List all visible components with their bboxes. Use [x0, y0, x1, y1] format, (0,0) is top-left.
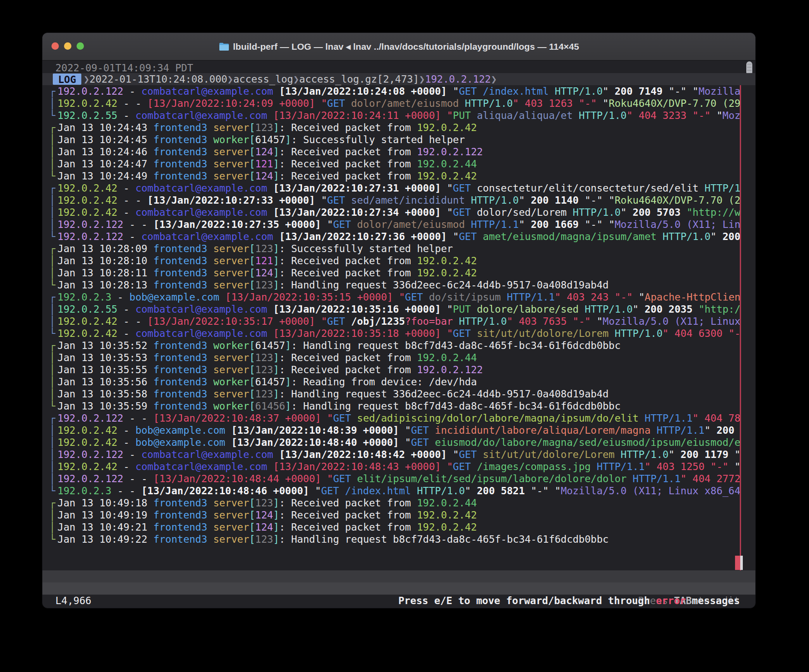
- log-token: : Handling request b8cf7d43-da8c-465f-bc…: [279, 534, 609, 545]
- log-line[interactable]: │Jan 13 10:24:45 frontend3 worker[61457]…: [49, 134, 740, 146]
- log-token: [687, 110, 693, 121]
- log-token: [411, 485, 417, 496]
- log-line[interactable]: │Jan 13 10:49:19 frontend3 server[124]: …: [49, 509, 740, 521]
- log-line[interactable]: │192.0.2.42 - combatcarl@example.com [13…: [49, 206, 740, 218]
- log-token: [207, 158, 213, 170]
- log-token: GET: [411, 425, 429, 436]
- log-token: frontend3: [153, 400, 207, 412]
- log-line[interactable]: └192.0.2.122 - combatcarl@example.com [1…: [49, 230, 740, 243]
- log-token: 123: [255, 497, 273, 509]
- log-token: 192.0.2.42: [58, 98, 117, 109]
- log-line[interactable]: │192.0.2.42 - - [13/Jan/2022:10:35:17 +0…: [49, 315, 740, 327]
- log-token: "-": [710, 461, 729, 472]
- log-token: -: [117, 461, 135, 472]
- log-line[interactable]: └Jan 13 10:49:22 frontend3 server[123]: …: [49, 533, 740, 545]
- log-token: [: [249, 352, 255, 363]
- log-line[interactable]: ┌Jan 13 10:28:09 frontend3 server[123]: …: [49, 243, 740, 255]
- log-token: bob@example.com: [135, 425, 225, 436]
- log-token: [207, 134, 213, 145]
- log-token: ": [399, 425, 411, 436]
- file-group-marker: └: [49, 170, 55, 182]
- log-line[interactable]: │192.0.2.42 - bob@example.com [13/Jan/20…: [49, 424, 740, 436]
- log-token: GET: [333, 219, 351, 230]
- breadcrumb-item[interactable]: access_log: [233, 74, 293, 85]
- scrollbar-error-mark[interactable]: [735, 556, 740, 570]
- log-token: [561, 291, 567, 303]
- log-line[interactable]: └Jan 13 10:24:49 frontend3 server[124]: …: [49, 170, 740, 182]
- log-token: GET: [333, 413, 351, 424]
- log-token: [207, 364, 213, 375]
- log-token: [393, 291, 399, 303]
- log-line[interactable]: └192.0.2.42 - combatcarl@example.com [13…: [49, 327, 740, 339]
- log-line[interactable]: │Jan 13 10:49:21 frontend3 server[124]: …: [49, 521, 740, 533]
- log-line[interactable]: │Jan 13 10:35:56 frontend3 worker[61457]…: [49, 376, 740, 388]
- log-token: HTTP/1.0: [615, 328, 663, 339]
- log-token: : Received packet from: [279, 509, 417, 521]
- log-line[interactable]: │Jan 13 10:24:47 frontend3 server[121]: …: [49, 158, 740, 170]
- log-token: [345, 98, 351, 109]
- log-line[interactable]: │192.0.2.42 - bob@example.com [13/Jan/20…: [49, 436, 740, 448]
- file-group-marker: └: [49, 533, 55, 545]
- log-line[interactable]: │192.0.2.55 - combatcarl@example.com [13…: [49, 303, 740, 315]
- log-line[interactable]: │Jan 13 10:35:58 frontend3 server[123]: …: [49, 388, 740, 400]
- log-line[interactable]: │192.0.2.122 - - [13/Jan/2022:10:27:35 +…: [49, 218, 740, 230]
- log-token: 192.0.2.3: [58, 291, 112, 303]
- log-line[interactable]: ┌192.0.2.122 - combatcarl@example.com [1…: [49, 85, 740, 97]
- log-line[interactable]: │Jan 13 10:28:10 frontend3 server[121]: …: [49, 255, 740, 267]
- log-token: 403 7635: [519, 316, 567, 327]
- log-token: [207, 534, 213, 545]
- log-line[interactable]: │Jan 13 10:24:46 frontend3 server[124]: …: [49, 146, 740, 158]
- log-token: [429, 425, 435, 436]
- log-line[interactable]: └192.0.2.55 - combatcarl@example.com [13…: [49, 109, 740, 122]
- file-group-marker: │: [49, 352, 55, 364]
- log-token: PUT: [453, 110, 471, 121]
- log-line[interactable]: │Jan 13 10:35:53 frontend3 server[123]: …: [49, 352, 740, 364]
- log-line[interactable]: ┌192.0.2.122 - - [13/Jan/2022:10:48:37 +…: [49, 412, 740, 424]
- breadcrumb-item[interactable]: 2022-01-13T10:24:08.000: [90, 74, 228, 85]
- log-token: Mozilla/5.0 (X11; Linux x86_64; rv:10.0)…: [615, 219, 740, 230]
- log-line[interactable]: └Jan 13 10:28:13 frontend3 server[123]: …: [49, 279, 740, 291]
- log-token: [273, 449, 279, 460]
- log-token: [657, 231, 663, 242]
- log-line[interactable]: ┌192.0.2.42 - combatcarl@example.com [13…: [49, 182, 740, 194]
- log-token: server: [213, 522, 249, 533]
- log-token: : Handling request b8cf7d43-da8c-465f-bc…: [291, 340, 621, 351]
- log-token: ": [729, 461, 740, 472]
- breadcrumb-item[interactable]: 192.0.2.122: [425, 74, 491, 85]
- log-line[interactable]: │192.0.2.122 - combatcarl@example.com [1…: [49, 448, 740, 461]
- log-token: ]: [273, 279, 279, 291]
- log-line[interactable]: │192.0.2.122 - - [13/Jan/2022:10:48:44 +…: [49, 473, 740, 485]
- log-line[interactable]: │192.0.2.42 - - [13/Jan/2022:10:24:09 +0…: [49, 97, 740, 109]
- log-token: ": [704, 425, 716, 436]
- log-token: ": [555, 291, 561, 303]
- log-line[interactable]: │192.0.2.42 - combatcarl@example.com [13…: [49, 461, 740, 473]
- log-token: 192.0.2.122: [58, 86, 123, 97]
- breadcrumb-separator: ❯: [83, 74, 90, 85]
- log-line[interactable]: │192.0.2.42 - - [13/Jan/2022:10:27:33 +0…: [49, 194, 740, 206]
- log-line[interactable]: │Jan 13 10:35:55 frontend3 server[123]: …: [49, 364, 740, 376]
- log-token: ": [668, 449, 681, 460]
- log-token: 403 1250: [657, 461, 705, 472]
- log-token: - -: [117, 316, 147, 327]
- log-token: -: [123, 449, 141, 460]
- log-line[interactable]: ┌Jan 13 10:49:18 frontend3 server[123]: …: [49, 497, 740, 509]
- log-line[interactable]: ┌192.0.2.3 - bob@example.com [13/Jan/202…: [49, 291, 740, 303]
- log-token: ]: [273, 158, 279, 170]
- log-line[interactable]: └Jan 13 10:35:59 frontend3 worker[61456]…: [49, 400, 740, 412]
- log-token: frontend3: [153, 509, 207, 521]
- title-bar[interactable]: lbuild-perf — LOG — lnav ◂ lnav ../lnav/…: [42, 33, 755, 61]
- log-token: 403 243: [567, 291, 609, 303]
- breadcrumb-mode-chip[interactable]: LOG: [53, 74, 81, 85]
- log-token: Jan 13 10:24:43: [58, 122, 154, 133]
- log-token: ]: [273, 122, 279, 133]
- log-token: [: [249, 534, 255, 545]
- log-line[interactable]: │Jan 13 10:28:11 frontend3 server[124]: …: [49, 267, 740, 279]
- log-token: 200 2035: [645, 304, 693, 315]
- log-line[interactable]: └192.0.2.3 - - [13/Jan/2022:10:48:46 +00…: [49, 485, 740, 497]
- breadcrumb-item[interactable]: access_log.gz[2,473]: [299, 74, 419, 85]
- log-line[interactable]: ┌Jan 13 10:35:52 frontend3 worker[61457]…: [49, 339, 740, 352]
- error-word: error: [656, 595, 686, 606]
- log-line[interactable]: ┌Jan 13 10:24:43 frontend3 server[123]: …: [49, 122, 740, 134]
- log-token: sed/amet/incididunt: [351, 195, 465, 206]
- log-token: [13/Jan/2022:10:27:31 +0000]: [273, 182, 441, 194]
